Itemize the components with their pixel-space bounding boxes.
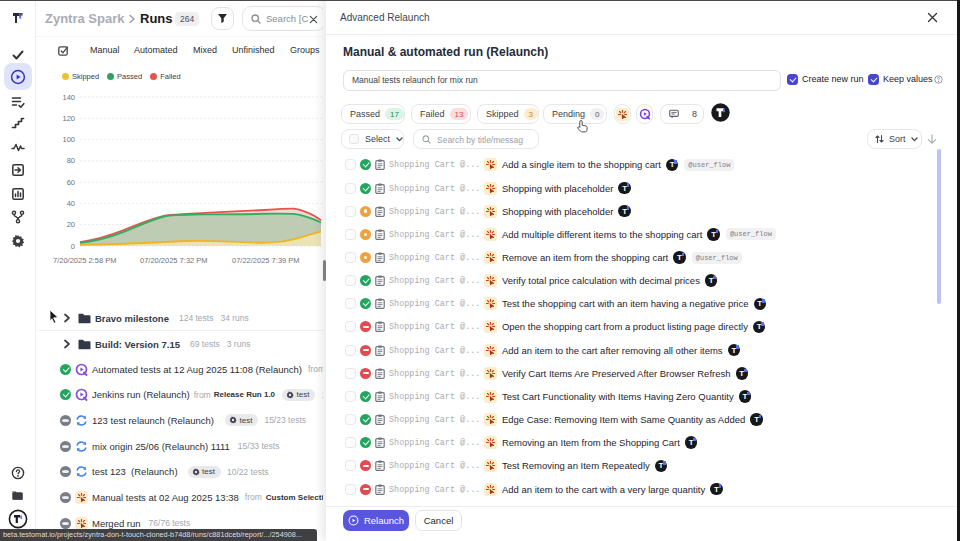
svg-text:120: 120 — [62, 114, 75, 123]
svg-text:80: 80 — [67, 156, 75, 165]
svg-text:60: 60 — [67, 178, 75, 187]
svg-text:100: 100 — [62, 135, 75, 144]
svg-text:40: 40 — [67, 199, 75, 208]
svg-text:7/20/2025 2:58 PM: 7/20/2025 2:58 PM — [53, 256, 116, 265]
svg-text:20: 20 — [67, 220, 75, 229]
svg-text:07/22/2025 7:39 PM: 07/22/2025 7:39 PM — [232, 256, 300, 265]
svg-text:0: 0 — [71, 242, 75, 251]
svg-text:140: 140 — [62, 93, 75, 102]
svg-text:07/20/2025 7:32 PM: 07/20/2025 7:32 PM — [140, 256, 208, 265]
